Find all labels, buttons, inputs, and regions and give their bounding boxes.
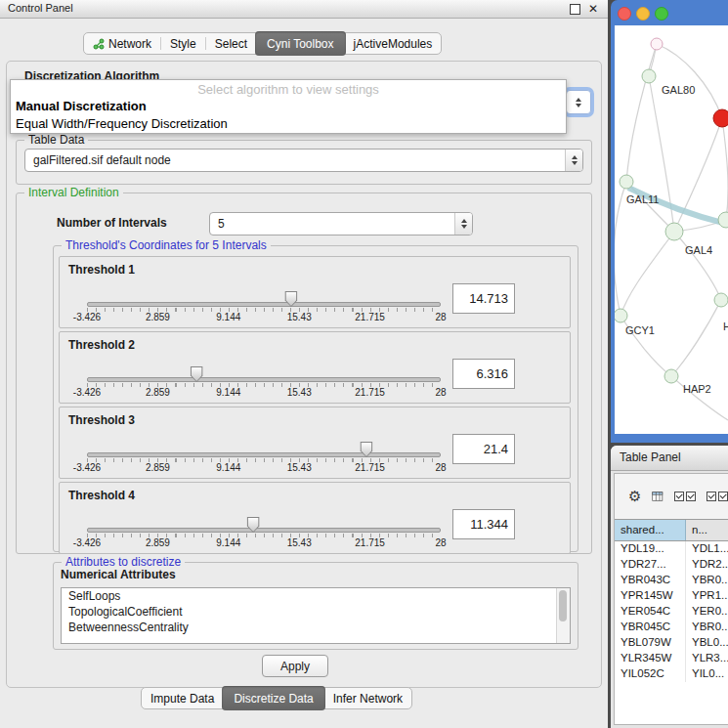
attributes-listbox[interactable]: SelfLoops TopologicalCoefficient Between… [61, 587, 571, 644]
dropdown-option-manual-discretization[interactable]: Manual Discretization [11, 98, 566, 115]
table-panel-titlebar[interactable]: Table Panel [611, 446, 728, 471]
table-cell: YPR145W [615, 588, 686, 604]
table-row[interactable]: YIL052C YIL0... [615, 666, 728, 682]
threshold-slider[interactable]: -3.426 2.859 9.144 15.43 21.715 28 [87, 443, 441, 476]
threshold-panel: Threshold 4 11.344 -3.426 2.859 9.144 15… [59, 482, 571, 554]
tab-network[interactable]: Network [84, 37, 160, 51]
network-node[interactable] [651, 38, 663, 50]
slider-scale-label: 15.43 [287, 537, 312, 548]
combo-stepper-icon [565, 150, 582, 171]
gear-icon[interactable]: ⚙ [628, 489, 641, 503]
table-header-name[interactable]: n... [686, 520, 728, 540]
select-columns-icon[interactable] [707, 492, 728, 501]
numerical-attributes-label: Numerical Attributes [61, 568, 176, 581]
number-of-intervals-label: Number of Intervals [57, 216, 167, 230]
table-row[interactable]: YBR043C YBR0... [615, 573, 728, 588]
slider-thumb[interactable] [360, 442, 372, 457]
network-node[interactable] [664, 369, 678, 383]
select-all-columns-icon[interactable] [674, 492, 696, 501]
threshold-value-field[interactable]: 21.4 [452, 434, 515, 464]
slider-scale-label: 21.715 [355, 387, 385, 398]
tab-label: Cyni Toolbox [267, 37, 333, 51]
table-cell: YBL0... [686, 635, 728, 651]
table-cell: YDL1... [686, 541, 728, 557]
table-cell: YDR2... [686, 557, 728, 573]
selected-network-node[interactable] [713, 109, 728, 127]
minimize-button[interactable] [636, 7, 650, 21]
node-label: HAP2 [683, 383, 711, 395]
control-panel-titlebar[interactable]: Control Panel ✕ [0, 0, 608, 19]
spinner-up-icon [576, 95, 581, 102]
table-data-combo-value: galFiltered.sif default node [25, 153, 565, 167]
tab-jactivemodules[interactable]: jActiveModules [345, 37, 442, 51]
table-row[interactable]: YLR345W YLR3... [615, 651, 728, 666]
list-scrollbar[interactable] [556, 588, 570, 643]
threshold-list: Threshold 1 14.713 -3.426 2.859 9.144 15… [59, 256, 571, 554]
network-canvas[interactable]: GAL80 GAL11 GAL4 GCY1 HAP2 H [615, 25, 728, 434]
tab-select[interactable]: Select [206, 37, 256, 51]
number-of-intervals-spinner[interactable]: 5 [209, 212, 473, 236]
apply-button[interactable]: Apply [262, 655, 328, 677]
attribute-list-item[interactable]: BetweennessCentrality [62, 620, 570, 635]
slider-scale-label: -3.426 [73, 387, 101, 398]
slider-track [87, 528, 441, 533]
table-cell: YLR3... [686, 651, 728, 666]
table-row[interactable]: YDL19... YDL1... [615, 541, 728, 557]
network-node[interactable] [665, 223, 683, 240]
tab-style[interactable]: Style [161, 37, 205, 51]
threshold-slider[interactable]: -3.426 2.859 9.144 15.43 21.715 28 [87, 292, 441, 325]
threshold-slider[interactable]: -3.426 2.859 9.144 15.43 21.715 28 [87, 518, 441, 551]
node-table: shared... n... YDL19... YDL1... YDR27...… [615, 519, 728, 724]
table-cell: YBR0... [686, 620, 728, 635]
columns-icon[interactable] [652, 490, 664, 503]
table-data-combo[interactable]: galFiltered.sif default node [24, 149, 583, 172]
slider-scale-label: 28 [435, 537, 446, 548]
tab-label: Network [108, 37, 151, 51]
slider-scale-label: -3.426 [73, 537, 101, 548]
network-node[interactable] [642, 69, 656, 83]
table-row[interactable]: YPR145W YPR1... [615, 588, 728, 604]
slider-ticks [87, 458, 441, 462]
close-button[interactable] [618, 7, 631, 21]
zoom-button[interactable] [655, 7, 668, 21]
table-cell: YER0... [686, 604, 728, 620]
table-cell: YBL079W [615, 635, 686, 651]
threshold-value-field[interactable]: 6.316 [452, 359, 515, 389]
slider-scale-label: 9.144 [216, 387, 240, 398]
attribute-list-item[interactable]: TopologicalCoefficient [62, 604, 570, 620]
slider-scale-label: 2.859 [146, 537, 170, 548]
table-row[interactable]: YER054C YER0... [615, 604, 728, 620]
slider-track [87, 377, 441, 382]
network-node[interactable] [714, 293, 728, 307]
network-node[interactable] [620, 175, 633, 189]
network-node[interactable] [718, 212, 728, 228]
attribute-list-item[interactable]: SelfLoops [62, 588, 570, 604]
tab-discretize-data[interactable]: Discretize Data [222, 686, 324, 710]
float-window-icon[interactable] [570, 4, 580, 15]
tab-infer-network[interactable]: Infer Network [324, 692, 411, 706]
table-row[interactable]: YBR045C YBR0... [615, 620, 728, 635]
table-cell: YDR27... [615, 557, 686, 573]
threshold-slider[interactable]: -3.426 2.859 9.144 15.43 21.715 28 [87, 367, 441, 401]
table-row[interactable]: YBL079W YBL0... [615, 635, 728, 651]
threshold-value-field[interactable]: 11.344 [452, 509, 515, 539]
threshold-label: Threshold 2 [68, 338, 135, 352]
scrollbar-thumb[interactable] [559, 590, 567, 621]
threshold-value-field[interactable]: 14.713 [452, 283, 515, 314]
tab-impute-data[interactable]: Impute Data [142, 692, 223, 706]
table-row[interactable]: YDR27... YDR2... [615, 557, 728, 573]
threshold-label: Threshold 3 [68, 413, 135, 427]
slider-thumb[interactable] [247, 517, 260, 533]
slider-track [87, 302, 441, 307]
table-toolbar: ⚙ [615, 474, 728, 518]
network-node[interactable] [615, 309, 627, 322]
table-header-shared-name[interactable]: shared... [615, 520, 686, 540]
slider-thumb[interactable] [284, 291, 297, 307]
dropdown-option-equal-width[interactable]: Equal Width/Frequency Discretization [11, 115, 566, 133]
slider-thumb[interactable] [191, 366, 203, 382]
close-icon[interactable]: ✕ [588, 3, 598, 15]
slider-scale-label: 15.43 [287, 462, 312, 473]
tab-cyni-toolbox[interactable]: Cyni Toolbox [255, 31, 345, 56]
node-label: GAL80 [662, 84, 695, 96]
algorithm-combo-stepper[interactable] [566, 90, 591, 114]
